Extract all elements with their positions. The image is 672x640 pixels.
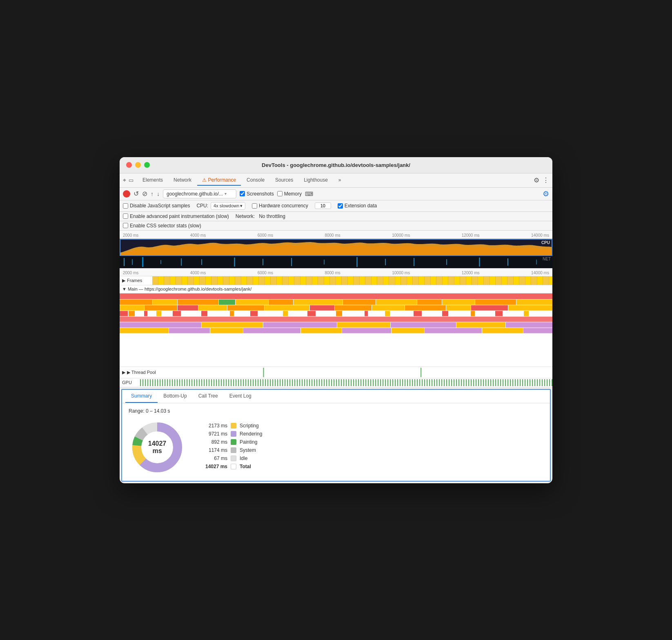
ruler-marks: 2000 ms 4000 ms 6000 ms 8000 ms 10000 ms… (120, 233, 552, 238)
total-dot (231, 464, 236, 469)
net-label: NET (543, 257, 551, 261)
main-flamegraph[interactable] (120, 293, 552, 367)
svg-rect-74 (301, 328, 342, 333)
minimize-button[interactable] (135, 162, 141, 168)
record-icon[interactable] (123, 190, 130, 198)
svg-rect-65 (263, 322, 337, 327)
gpu-row[interactable]: GPU (120, 378, 552, 387)
svg-rect-45 (129, 311, 135, 316)
tab-performance[interactable]: ⚠ Performance (197, 175, 241, 186)
net-track[interactable]: NET (120, 256, 552, 268)
hardware-concurrency-checkbox[interactable]: Hardware concurrency (252, 203, 308, 209)
legend-table: 2173 ms Scripting 9721 ms Rendering 892 … (199, 423, 262, 472)
svg-rect-73 (243, 328, 300, 333)
tab-lighthouse[interactable]: Lighthouse (299, 175, 333, 186)
rendering-dot (231, 431, 236, 437)
svg-rect-44 (120, 311, 128, 316)
tab-bottom-up[interactable]: Bottom-Up (158, 390, 192, 403)
donut-center-label: 14027 ms (143, 440, 171, 455)
svg-rect-26 (376, 299, 417, 304)
scripting-value: 2173 ms (199, 423, 227, 429)
svg-rect-4 (181, 258, 182, 266)
rendering-label: Rendering (240, 431, 262, 437)
svg-rect-72 (210, 328, 243, 333)
thread-pool-row[interactable]: ▶ ▶ Thread Pool (120, 367, 552, 378)
svg-rect-25 (343, 299, 376, 304)
idle-dot (231, 456, 236, 461)
rendering-value: 9721 ms (199, 431, 227, 437)
svg-rect-12 (414, 258, 414, 266)
svg-rect-66 (337, 322, 390, 327)
main-track-header: ▼ Main — https://googlechrome.github.io/… (120, 285, 552, 293)
screenshots-checkbox[interactable]: Screenshots (240, 191, 274, 197)
ruler-mark: 8000 ms (325, 271, 340, 275)
titlebar: DevTools - googlechrome.github.io/devtoo… (120, 157, 552, 173)
system-label: System (240, 447, 256, 453)
tab-sources[interactable]: Sources (270, 175, 298, 186)
svg-rect-17 (120, 293, 552, 299)
download-icon[interactable]: ↓ (157, 191, 160, 197)
tab-summary[interactable]: Summary (125, 390, 158, 403)
tab-console[interactable]: Console (242, 175, 269, 186)
blue-settings-icon[interactable]: ⚙ (543, 190, 549, 198)
svg-rect-51 (250, 311, 258, 316)
memory-checkbox[interactable]: Memory (277, 191, 302, 197)
svg-rect-31 (120, 305, 144, 310)
cpu-throttle-select[interactable]: 4x slowdown ▾ (211, 202, 245, 210)
tab-event-log[interactable]: Event Log (224, 390, 257, 403)
frames-content (152, 276, 552, 285)
svg-rect-22 (236, 299, 268, 304)
concurrency-input[interactable] (315, 202, 331, 209)
upload-icon[interactable]: ↑ (151, 191, 154, 197)
summary-content: Range: 0 – 14.03 s (122, 403, 550, 481)
svg-rect-64 (202, 322, 263, 327)
settings-icon[interactable]: ⚙ (534, 176, 539, 184)
close-button[interactable] (126, 162, 132, 168)
tab-network[interactable]: Network (169, 175, 196, 186)
url-bar[interactable]: googlechrome.github.io/... ▾ (163, 189, 236, 198)
legend-total: 14027 ms Total (199, 464, 262, 469)
maximize-button[interactable] (144, 162, 150, 168)
svg-rect-29 (475, 299, 516, 304)
settings-row-2: Enable advanced paint instrumentation (s… (120, 212, 552, 221)
tab-call-tree[interactable]: Call Tree (193, 390, 224, 403)
clear-icon[interactable]: ⊘ (142, 190, 147, 198)
extension-data-checkbox[interactable]: Extension data (338, 203, 377, 209)
svg-rect-6 (234, 258, 235, 267)
svg-rect-76 (392, 328, 424, 333)
ruler-mark: 10000 ms (392, 271, 410, 275)
svg-rect-23 (269, 299, 293, 304)
frames-track[interactable]: ▶Frames (120, 276, 552, 285)
total-value: 14027 ms (199, 464, 227, 469)
svg-rect-49 (201, 311, 207, 316)
legend-scripting: 2173 ms Scripting (199, 423, 262, 429)
svg-rect-61 (524, 311, 529, 316)
svg-rect-41 (446, 305, 471, 310)
more-icon[interactable]: ⋮ (543, 176, 549, 184)
range-text: Range: 0 – 14.03 s (129, 408, 543, 414)
ruler-mark: 14000 ms (531, 233, 549, 238)
device-icon[interactable]: ▭ (129, 177, 134, 183)
total-label: Total (240, 464, 251, 469)
tab-more[interactable]: » (334, 175, 346, 186)
cpu-track[interactable]: CPU (120, 239, 552, 256)
svg-rect-75 (342, 328, 391, 333)
legend-rendering: 9721 ms Rendering (199, 431, 262, 437)
svg-rect-33 (178, 305, 198, 310)
reload-icon[interactable]: ↺ (134, 190, 139, 198)
painting-value: 892 ms (199, 439, 227, 445)
svg-rect-77 (425, 328, 482, 333)
inspect-icon[interactable]: ⌖ (123, 177, 126, 184)
svg-rect-16 (536, 260, 537, 264)
disable-js-checkbox[interactable]: Disable JavaScript samples (123, 203, 190, 209)
svg-rect-38 (335, 305, 372, 310)
ruler-mark: 12000 ms (462, 233, 480, 238)
svg-rect-21 (219, 299, 235, 304)
scripting-label: Scripting (240, 423, 259, 429)
settings-row-3: Enable CSS selector stats (slow) (120, 221, 552, 231)
tab-elements[interactable]: Elements (138, 175, 168, 186)
ruler-mark: 6000 ms (258, 271, 273, 275)
advanced-paint-checkbox[interactable]: Enable advanced paint instrumentation (s… (123, 213, 229, 219)
css-selector-checkbox[interactable]: Enable CSS selector stats (slow) (123, 223, 201, 229)
svg-rect-46 (144, 311, 147, 316)
